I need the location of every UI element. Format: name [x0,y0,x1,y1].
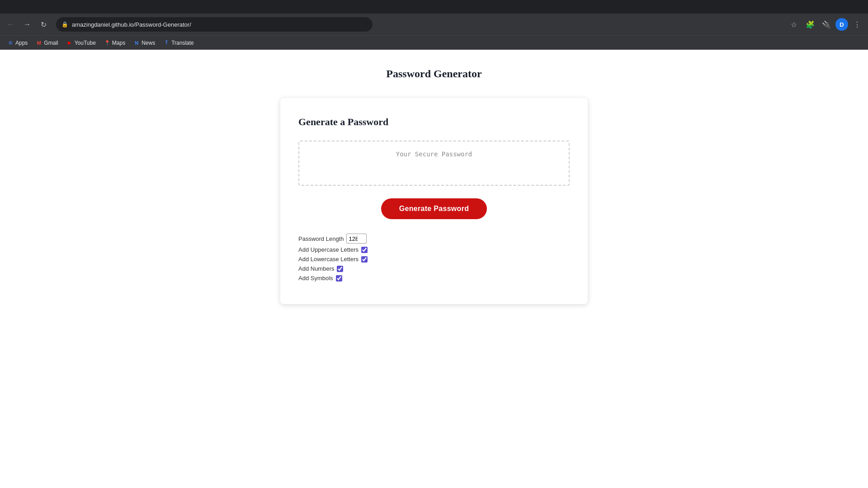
symbols-checkbox[interactable] [336,275,342,282]
uppercase-row: Add Uppercase Letters [298,246,570,253]
lowercase-checkbox[interactable] [361,256,368,263]
lowercase-label: Add Lowercase Letters [298,256,359,263]
youtube-favicon-icon: ▶ [66,40,73,46]
numbers-label: Add Numbers [298,265,334,272]
generate-password-button[interactable]: Generate Password [381,198,487,219]
password-generator-card: Generate a Password Your Secure Password… [280,98,588,304]
menu-button[interactable]: ⋮ [850,17,864,32]
bookmark-translate-label: Translate [171,40,194,46]
page-content: Password Generator Generate a Password Y… [0,50,868,488]
news-favicon-icon: N [133,40,140,46]
bookmarks-bar: ⊞ Apps M Gmail ▶ YouTube 📍 Maps N News T… [0,35,868,50]
bookmark-maps[interactable]: 📍 Maps [100,38,129,48]
translate-favicon-icon: T [163,40,170,46]
forward-button[interactable]: → [20,17,34,32]
options-section: Password Length Add Uppercase Letters Ad… [298,234,570,282]
page-title: Password Generator [9,68,859,80]
maps-favicon-icon: 📍 [104,40,110,46]
symbols-label: Add Symbols [298,275,333,282]
uppercase-checkbox[interactable] [361,247,368,253]
bookmark-star-button[interactable]: ☆ [787,17,801,32]
symbols-row: Add Symbols [298,275,570,282]
extensions-manage-button[interactable]: 🔌 [819,17,834,32]
lock-icon: 🔒 [61,21,68,28]
bookmark-gmail-label: Gmail [44,40,58,46]
url-text: amazingdaniel.github.io/Password-Generat… [72,21,191,28]
bookmark-gmail[interactable]: M Gmail [32,38,61,48]
password-display-area: Your Secure Password [298,141,570,186]
address-bar[interactable]: 🔒 amazingdaniel.github.io/Password-Gener… [56,17,373,32]
browser-toolbar: ← → ↻ 🔒 amazingdaniel.github.io/Password… [0,14,868,35]
uppercase-label: Add Uppercase Letters [298,246,359,253]
bookmark-news-label: News [142,40,155,46]
bookmark-apps[interactable]: ⊞ Apps [4,38,31,48]
numbers-row: Add Numbers [298,265,570,272]
numbers-checkbox[interactable] [337,266,343,272]
bookmark-apps-label: Apps [15,40,28,46]
bookmark-maps-label: Maps [112,40,125,46]
bookmark-translate[interactable]: T Translate [160,38,198,48]
profile-avatar-button[interactable]: D [835,18,848,31]
password-length-label: Password Length [298,235,344,242]
card-heading: Generate a Password [298,116,570,128]
gmail-favicon-icon: M [36,40,42,46]
password-length-input[interactable] [346,234,367,244]
browser-titlebar [0,0,868,14]
bookmark-youtube[interactable]: ▶ YouTube [63,38,99,48]
bookmark-youtube-label: YouTube [75,40,96,46]
password-placeholder-text: Your Secure Password [396,149,472,158]
refresh-button[interactable]: ↻ [36,17,51,32]
toolbar-right: ☆ 🧩 🔌 D ⋮ [787,17,864,32]
lowercase-row: Add Lowercase Letters [298,256,570,263]
bookmark-news[interactable]: N News [130,38,159,48]
back-button[interactable]: ← [4,17,18,32]
password-length-row: Password Length [298,234,570,244]
apps-favicon-icon: ⊞ [7,40,14,46]
extension-button[interactable]: 🧩 [803,17,817,32]
